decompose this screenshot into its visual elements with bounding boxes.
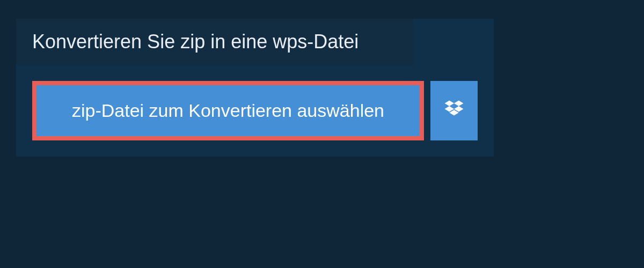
converter-panel: Konvertieren Sie zip in eine wps-Datei z… [16,19,494,157]
select-file-label: zip-Datei zum Konvertieren auswählen [72,100,384,121]
select-file-button[interactable]: zip-Datei zum Konvertieren auswählen [32,81,424,140]
dropbox-button[interactable] [430,81,478,140]
action-row: zip-Datei zum Konvertieren auswählen [16,65,494,157]
dropbox-icon [443,99,465,123]
page-title: Konvertieren Sie zip in eine wps-Datei [32,31,397,53]
panel-header: Konvertieren Sie zip in eine wps-Datei [16,19,413,65]
